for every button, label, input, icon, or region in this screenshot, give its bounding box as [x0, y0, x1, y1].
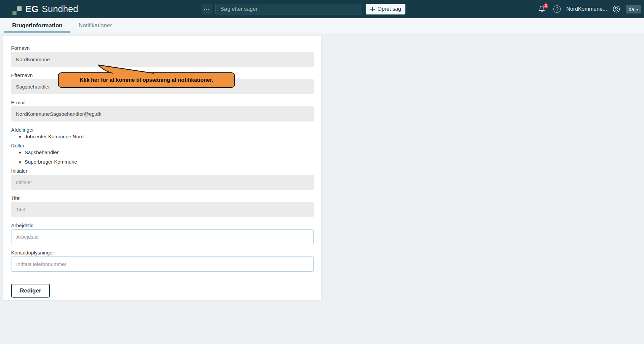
- edit-button[interactable]: Rediger: [11, 284, 50, 298]
- create-case-label: Opret sag: [377, 6, 401, 12]
- initialer-input: [11, 175, 314, 190]
- roller-label: Roller: [11, 143, 314, 148]
- field-titel: Titel: [11, 196, 314, 217]
- main-content: Fornavn Efternavn E-mail Afdelinger Jobc…: [0, 33, 644, 344]
- app-logo[interactable]: EG Sundhed: [11, 0, 78, 18]
- notification-tooltip: Klik her for at komme til opsætning af n…: [58, 72, 235, 88]
- person-icon: [612, 5, 620, 13]
- afdelinger-list: Jobcenter Kommune Nord: [11, 134, 314, 139]
- plus-icon: [370, 7, 375, 12]
- eg-logo-icon: [11, 3, 23, 15]
- field-initialer: Initialer: [11, 168, 314, 190]
- fornavn-input: [11, 52, 314, 67]
- arbejdstid-input[interactable]: [11, 229, 314, 244]
- field-kontaktoplysninger: Kontaktoplysninger: [11, 250, 314, 272]
- initialer-label: Initialer: [11, 168, 314, 174]
- question-mark-icon: ?: [556, 6, 558, 12]
- account-name: NordKommune...: [566, 6, 607, 12]
- topbar-center: Opret sag: [202, 4, 405, 14]
- titel-input: [11, 202, 314, 217]
- logo-square-light: [17, 6, 22, 11]
- email-label: E-mail: [11, 100, 314, 105]
- field-arbejdstid: Arbejdstid: [11, 223, 314, 244]
- notifications-button[interactable]: 3: [538, 5, 546, 13]
- titel-label: Titel: [11, 196, 314, 201]
- tab-notifikationer[interactable]: Notifikationer: [70, 18, 120, 33]
- language-selector[interactable]: da: [626, 5, 641, 13]
- brand-name: EG: [25, 4, 39, 14]
- ellipsis-icon: [204, 9, 205, 10]
- roller-list: Sagsbehandler Superbruger Kommune: [11, 149, 314, 165]
- create-case-button[interactable]: Opret sag: [366, 4, 405, 14]
- field-fornavn: Fornavn: [11, 45, 314, 67]
- list-item: Jobcenter Kommune Nord: [25, 134, 314, 139]
- search-box: [215, 4, 362, 14]
- topbar-right: 3 ? NordKommune... da: [538, 0, 641, 18]
- fornavn-label: Fornavn: [11, 45, 314, 51]
- kontaktoplysninger-label: Kontaktoplysninger: [11, 250, 314, 255]
- kontaktoplysninger-input[interactable]: [11, 256, 314, 272]
- help-button[interactable]: ?: [553, 5, 561, 13]
- list-item: Sagsbehandler: [25, 149, 314, 155]
- chevron-down-icon: [636, 9, 639, 10]
- afdelinger-label: Afdelinger: [11, 127, 314, 133]
- tab-bar: Brugerinformation Notifikationer: [0, 18, 644, 33]
- tab-brugerinformation[interactable]: Brugerinformation: [4, 18, 70, 33]
- user-menu-button[interactable]: [612, 5, 620, 13]
- more-menu-button[interactable]: [202, 4, 212, 14]
- notification-badge: 3: [543, 3, 548, 8]
- field-email: E-mail: [11, 100, 314, 122]
- tooltip-text: Klik her for at komme til opsætning af n…: [80, 77, 213, 83]
- list-item: Superbruger Kommune: [25, 159, 314, 165]
- tooltip-arrow: [98, 64, 156, 74]
- language-code: da: [628, 6, 634, 12]
- logo-square-dark: [12, 11, 17, 15]
- top-bar: EG Sundhed Opret sag 3 ? NordKommune...: [0, 0, 644, 18]
- field-roller: Roller Sagsbehandler Superbruger Kommune: [11, 143, 314, 165]
- arbejdstid-label: Arbejdstid: [11, 223, 314, 228]
- field-afdelinger: Afdelinger Jobcenter Kommune Nord: [11, 127, 314, 139]
- product-name: Sundhed: [42, 4, 78, 14]
- search-input[interactable]: [215, 4, 362, 14]
- email-input: [11, 106, 314, 122]
